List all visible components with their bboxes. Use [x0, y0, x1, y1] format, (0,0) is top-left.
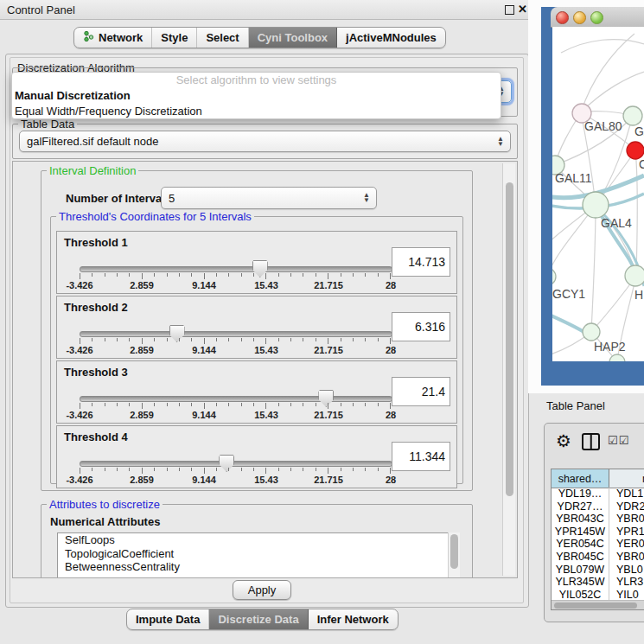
tab-cyni-toolbox[interactable]: Cyni Toolbox — [249, 28, 337, 48]
table-cell[interactable]: YBL079W — [552, 564, 609, 577]
settings-scrollbar[interactable] — [502, 163, 515, 576]
table-cell[interactable]: YPR1 — [609, 526, 644, 539]
network-canvas[interactable]: GAL80GACGAL11GAL4HGCY1HAP2 — [552, 27, 644, 361]
table-cell[interactable]: YBR0 — [609, 513, 644, 526]
table-cell[interactable]: YBR0 — [609, 551, 644, 564]
threshold-slider[interactable]: -3.4262.8599.14415.4321.71528 — [80, 296, 391, 358]
table-hscrollbar[interactable] — [552, 600, 644, 609]
attributes-group: Attributes to discretize Numerical Attri… — [41, 504, 473, 578]
numerical-attributes-label: Numerical Attributes — [50, 515, 160, 528]
tab-infer-network[interactable]: Infer Network — [309, 609, 398, 629]
table-cell[interactable]: YBL0 — [609, 564, 644, 577]
table-cell[interactable]: YLR3 — [609, 576, 644, 589]
network-node[interactable] — [623, 106, 642, 125]
settings-scrollbar-thumb[interactable] — [506, 182, 513, 496]
network-node[interactable] — [625, 265, 644, 286]
zoom-traffic-light[interactable] — [590, 11, 603, 24]
num-intervals-label: Number of Intervals — [66, 192, 171, 205]
table-cell[interactable]: YBR045C — [552, 551, 609, 564]
tab-network[interactable]: Network — [74, 28, 152, 48]
network-node[interactable] — [583, 192, 609, 218]
control-panel-titlebar: Control Panel ✕ — [0, 0, 536, 20]
attribute-list-item[interactable]: BetweennessCentrality — [58, 560, 449, 574]
table-row[interactable]: YLR345WYLR3 — [552, 576, 644, 589]
tab-discretize-data[interactable]: Discretize Data — [209, 609, 308, 629]
tab-label: Style — [161, 31, 188, 44]
threshold-value-field[interactable] — [392, 442, 450, 471]
tab-label: Cyni Toolbox — [258, 31, 328, 44]
table-cell[interactable]: YBR043C — [552, 513, 609, 526]
attribute-list-item[interactable]: SelfLoops — [58, 533, 449, 547]
table-row[interactable]: YDL19…YDL1 — [552, 488, 644, 501]
dropdown-item[interactable]: Equal Width/Frequency Discretization — [12, 104, 501, 119]
slider-ticks — [80, 338, 391, 344]
num-intervals-combobox[interactable]: 5 ▲▼ — [161, 187, 377, 209]
threshold-value-field[interactable] — [392, 377, 450, 406]
dropdown-item[interactable]: Manual Discretization — [12, 88, 501, 104]
slider-track[interactable] — [80, 461, 392, 467]
close-traffic-light[interactable] — [556, 11, 569, 24]
table-row[interactable]: YBR045CYBR0 — [552, 551, 644, 564]
table-cell[interactable]: YER054C — [552, 538, 609, 551]
table-row[interactable]: YDR27…YDR2 — [552, 501, 644, 513]
table-row[interactable]: YPR145WYPR1 — [552, 526, 644, 539]
table-row[interactable]: YBR043CYBR0 — [552, 513, 644, 526]
close-icon[interactable]: ✕ — [518, 3, 527, 16]
table-row[interactable]: YER054CYER0 — [552, 538, 644, 551]
minimize-traffic-light[interactable] — [573, 11, 586, 24]
list-scrollbar-thumb[interactable] — [450, 534, 458, 569]
table-cell[interactable]: YDL1 — [609, 488, 644, 501]
threshold-box: Threshold 3-3.4262.8599.14415.4321.71528 — [56, 360, 457, 424]
tab-style[interactable]: Style — [152, 28, 197, 48]
slider-track[interactable] — [80, 266, 392, 272]
table-cell[interactable]: YDL19… — [552, 488, 609, 501]
tab-impute-data[interactable]: Impute Data — [127, 609, 209, 629]
threshold-value-field[interactable] — [392, 247, 450, 277]
table-cell[interactable]: YPR145W — [552, 526, 609, 539]
column-header[interactable]: shared… — [552, 469, 609, 488]
slider-track[interactable] — [80, 331, 392, 337]
network-node[interactable] — [627, 142, 644, 159]
table-cell[interactable]: YDR27… — [552, 501, 609, 513]
table-data-value: galFiltered.sif default node — [27, 135, 158, 148]
network-node[interactable] — [552, 268, 556, 285]
node-label: H — [634, 288, 643, 302]
float-icon[interactable] — [505, 5, 514, 15]
gear-icon[interactable]: ⚙ — [556, 430, 571, 451]
bottom-tab-bar: Impute DataDiscretize DataInfer Network — [126, 609, 399, 630]
num-intervals-value: 5 — [169, 192, 175, 205]
tab-jactivemnodules[interactable]: jActiveMNodules — [337, 28, 445, 48]
column-header[interactable]: na — [609, 469, 644, 488]
network-graph: GAL80GACGAL11GAL4HGCY1HAP2 — [552, 27, 644, 361]
slider-ticks — [80, 273, 391, 279]
table-row[interactable]: YBL079WYBL0 — [552, 564, 644, 577]
window-title: Control Panel — [7, 3, 75, 16]
tab-label: jActiveMNodules — [346, 31, 437, 44]
table-data-combobox[interactable]: galFiltered.sif default node ▲▼ — [19, 131, 511, 152]
node-label: GAL80 — [584, 119, 622, 133]
table-cell[interactable]: YER0 — [609, 538, 644, 551]
threshold-slider[interactable]: -3.4262.8599.14415.4321.71528 — [80, 361, 391, 423]
network-window-titlebar[interactable] — [551, 7, 644, 28]
list-scrollbar[interactable] — [448, 532, 460, 578]
tab-label: Discretize Data — [218, 613, 298, 626]
thresholds-group-title: Threshold's Coordinates for 5 Intervals — [56, 210, 254, 223]
select-columns-icon[interactable]: ☑☑ — [608, 434, 629, 447]
threshold-value-field[interactable] — [392, 312, 450, 341]
combo-arrows-icon: ▲▼ — [363, 193, 370, 203]
threshold-slider[interactable]: -3.4262.8599.14415.4321.71528 — [80, 426, 391, 488]
apply-button[interactable]: Apply — [233, 580, 291, 600]
table-hscrollbar-thumb[interactable] — [554, 603, 637, 609]
node-label: GA — [634, 124, 644, 138]
slider-track[interactable] — [80, 396, 392, 402]
columns-icon[interactable] — [582, 433, 600, 450]
table-cell[interactable]: YLR345W — [552, 576, 609, 589]
attribute-list-item[interactable]: TopologicalCoefficient — [58, 547, 449, 561]
interval-definition-title: Interval Definition — [47, 164, 138, 177]
table-cell[interactable]: YDR2 — [609, 501, 644, 513]
algorithm-dropdown-popup: Select algorithm to view settingsManual … — [11, 72, 501, 119]
network-node[interactable] — [583, 323, 600, 341]
threshold-slider[interactable]: -3.4262.8599.14415.4321.71528 — [80, 232, 391, 293]
tab-select[interactable]: Select — [197, 28, 248, 48]
slider-scale: -3.4262.8599.14415.4321.71528 — [80, 345, 391, 355]
